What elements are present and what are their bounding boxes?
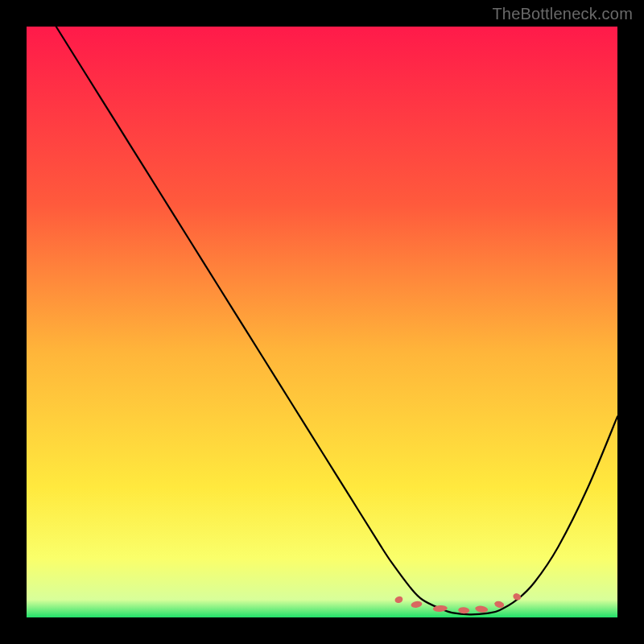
bottleneck-chart <box>0 0 644 644</box>
plot-background <box>27 27 617 617</box>
watermark-text: TheBottleneck.com <box>492 5 633 23</box>
chart-frame: TheBottleneck.com <box>0 0 644 644</box>
